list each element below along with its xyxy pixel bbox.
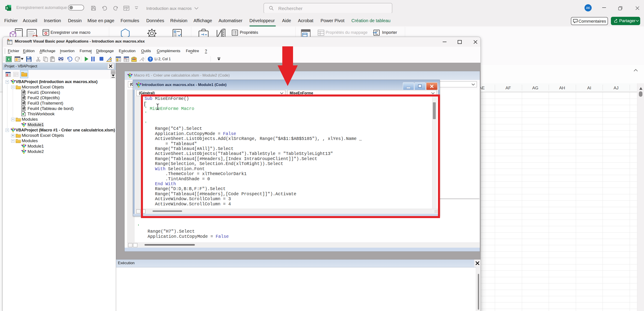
svg-text:X: X [6,7,8,10]
svg-text:?: ? [149,57,152,61]
svg-text:X: X [8,57,10,61]
